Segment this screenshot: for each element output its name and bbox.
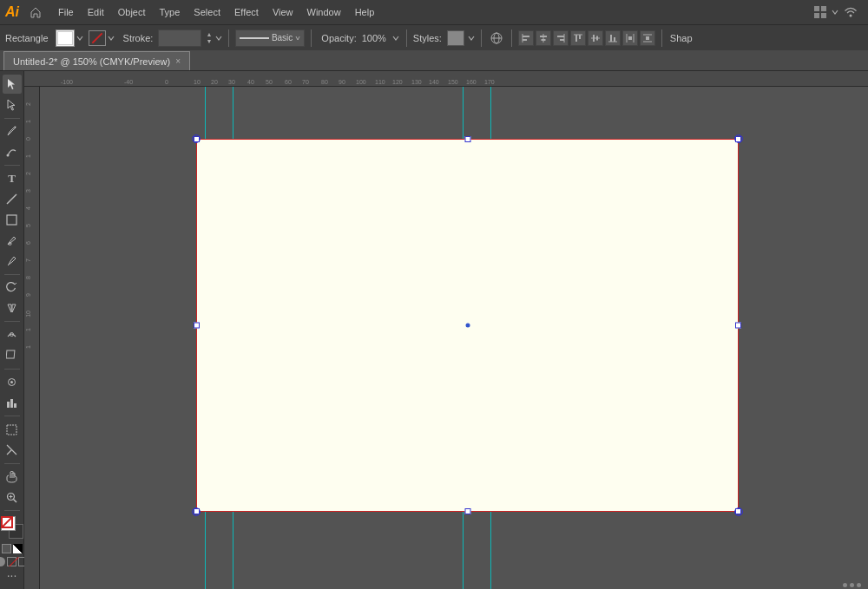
handle-bottom-center[interactable]: [464, 508, 470, 514]
menu-help[interactable]: Help: [349, 5, 381, 19]
globe-icon[interactable]: [488, 29, 505, 47]
menu-select[interactable]: Select: [187, 5, 227, 19]
align-center-h-btn[interactable]: [536, 30, 551, 46]
style-swatch[interactable]: [447, 30, 464, 46]
handle-mid-right[interactable]: [735, 323, 741, 329]
stroke-spinners[interactable]: ▲ ▼: [206, 31, 212, 44]
canvas-area: -100 -40 0 10 20 30 40 50 60 70 80 90 10…: [24, 71, 868, 589]
select-tool[interactable]: [3, 75, 22, 94]
menu-view[interactable]: View: [266, 5, 299, 19]
curvature-tool[interactable]: [3, 142, 22, 161]
line-tool[interactable]: [3, 190, 22, 209]
svg-rect-35: [7, 215, 16, 225]
bottom-dots: [843, 583, 861, 587]
tab-bar: Untitled-2* @ 150% (CMYK/Preview) ×: [0, 50, 868, 71]
warp-tool[interactable]: [3, 325, 22, 344]
dropdown-stroke-icon[interactable]: [108, 35, 115, 42]
opacity-expand-icon[interactable]: [391, 32, 400, 44]
ruler-ticks-svg: [24, 71, 868, 86]
home-button[interactable]: [26, 3, 45, 22]
stroke-label: Stroke:: [123, 33, 154, 43]
pen-tool[interactable]: [3, 121, 22, 141]
menu-bar: Ai File Edit Object Type Select Effect V…: [0, 0, 868, 24]
stroke-icon-swatch[interactable]: [89, 30, 106, 46]
paintbrush-tool[interactable]: [3, 231, 22, 250]
rotate-handle-tr[interactable]: [734, 134, 743, 143]
shape-tool-label: Rectangle: [5, 33, 49, 43]
distribute-h-btn[interactable]: [622, 30, 638, 46]
artboard-tool[interactable]: [3, 420, 22, 439]
distribute-v-btn[interactable]: [640, 30, 655, 46]
align-bottom-btn[interactable]: [605, 30, 621, 46]
svg-rect-18: [579, 35, 581, 39]
ruler-v-num: 2: [25, 102, 31, 106]
svg-rect-3: [821, 13, 826, 18]
svg-line-34: [7, 194, 16, 204]
main-area: T: [0, 71, 868, 589]
svg-point-4: [850, 14, 852, 16]
svg-point-36: [9, 243, 11, 245]
align-icons: [518, 30, 655, 46]
more-tools-button[interactable]: ···: [0, 568, 23, 582]
menu-file[interactable]: File: [52, 5, 80, 19]
menu-object[interactable]: Object: [112, 5, 152, 19]
menu-window[interactable]: Window: [301, 5, 347, 19]
svg-point-32: [15, 127, 16, 128]
reflect-tool[interactable]: [3, 298, 22, 317]
menu-type[interactable]: Type: [154, 5, 187, 19]
svg-rect-9: [523, 39, 527, 41]
rect-tool[interactable]: [3, 210, 22, 229]
svg-rect-27: [628, 36, 632, 40]
rotate-handle-tl[interactable]: [192, 134, 201, 143]
dropdown-style-icon[interactable]: [468, 35, 475, 42]
dropdown-stroke2-icon[interactable]: [215, 35, 222, 42]
stroke-style-selector[interactable]: Basic: [235, 29, 305, 47]
slice-tool[interactable]: [3, 441, 22, 460]
align-center-v-btn[interactable]: [588, 30, 603, 46]
rotate-handle-bl[interactable]: [192, 507, 201, 516]
svg-rect-15: [560, 39, 564, 41]
align-left-btn[interactable]: [518, 30, 534, 46]
color-swatches[interactable]: [1, 516, 23, 539]
free-transform-tool[interactable]: [3, 346, 22, 365]
fill-swatch[interactable]: [56, 29, 75, 47]
symbol-sprayer-tool[interactable]: [3, 373, 22, 392]
canvas[interactable]: [40, 87, 868, 589]
menu-edit[interactable]: Edit: [82, 5, 110, 19]
tab-close-button[interactable]: ×: [175, 56, 181, 66]
text-tool[interactable]: T: [3, 169, 22, 188]
gradient-icon: [7, 557, 16, 566]
ruler-v-num: 9: [25, 293, 31, 297]
align-top-btn[interactable]: [570, 30, 586, 46]
ruler-v-num: 10: [25, 311, 31, 317]
document-tab[interactable]: Untitled-2* @ 150% (CMYK/Preview) ×: [3, 51, 190, 70]
ruler-v-num: 1: [25, 345, 31, 349]
tab-title: Untitled-2* @ 150% (CMYK/Preview): [13, 56, 170, 67]
menu-effect[interactable]: Effect: [228, 5, 265, 19]
ruler-v-num: 5: [25, 224, 31, 227]
opacity-label: Opacity:: [321, 33, 356, 43]
svg-rect-0: [814, 6, 819, 11]
hand-tool[interactable]: [3, 468, 22, 487]
stroke-input[interactable]: [158, 29, 201, 47]
svg-line-46: [14, 499, 17, 502]
rotate-tool[interactable]: [3, 278, 22, 298]
shape-label-right: Shap: [670, 33, 693, 43]
svg-rect-24: [614, 37, 615, 42]
svg-rect-42: [10, 399, 13, 408]
column-graph-tool[interactable]: [3, 393, 22, 412]
dropdown-fill-icon[interactable]: [76, 35, 83, 42]
artboard: [196, 139, 739, 512]
pencil-tool[interactable]: [3, 252, 22, 271]
svg-rect-8: [523, 36, 529, 37]
ruler-v-num: 1: [25, 328, 31, 331]
ai-logo: Ai: [5, 4, 19, 20]
zoom-tool[interactable]: [3, 488, 22, 507]
swap-reset-icons[interactable]: [2, 544, 23, 553]
handle-mid-left[interactable]: [194, 323, 200, 329]
direct-select-tool[interactable]: [3, 95, 22, 115]
rotate-handle-br[interactable]: [734, 507, 743, 516]
handle-top-center[interactable]: [464, 136, 470, 142]
align-right-btn[interactable]: [553, 30, 569, 46]
dropdown-arrow-icon: [832, 9, 838, 16]
